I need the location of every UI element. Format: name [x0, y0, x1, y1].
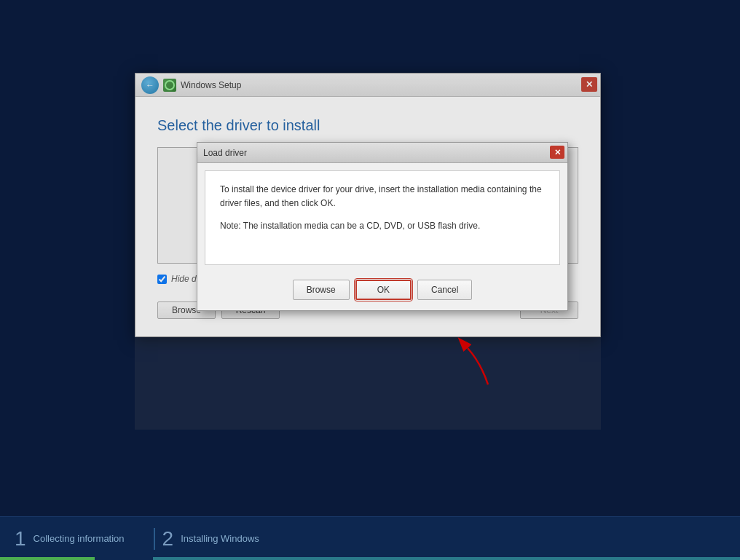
- back-button[interactable]: ←: [141, 76, 159, 94]
- page-title: Select the driver to install: [157, 117, 578, 134]
- dialog-buttons: Browse OK Cancel: [197, 272, 567, 310]
- dialog-title-bar: Load driver ✕: [197, 143, 567, 163]
- step2-number: 2: [162, 527, 174, 551]
- step1-label: Collecting information: [34, 533, 125, 544]
- dialog-ok-button[interactable]: OK: [355, 280, 412, 300]
- dialog-title: Load driver: [203, 148, 562, 158]
- window-title: Windows Setup: [181, 80, 594, 90]
- dialog-line1: To install the device driver for your dr…: [220, 183, 545, 210]
- dialog-close-button[interactable]: ✕: [550, 146, 564, 159]
- progress-green: [0, 557, 95, 560]
- dialog-browse-button[interactable]: Browse: [293, 280, 350, 300]
- bottom-bar: 1 Collecting information 2 Installing Wi…: [0, 516, 740, 560]
- dialog-line2: Note: The installation media can be a CD…: [220, 219, 545, 233]
- dialog-content: To install the device driver for your dr…: [205, 170, 560, 265]
- progress-teal: [153, 557, 740, 560]
- step-divider: [154, 528, 155, 550]
- step2-label: Installing Windows: [181, 533, 259, 544]
- step1: 1 Collecting information: [15, 527, 125, 551]
- hide-drivers-checkbox[interactable]: [157, 275, 167, 284]
- setup-icon: [163, 79, 176, 92]
- dialog-cancel-button[interactable]: Cancel: [417, 280, 472, 300]
- step1-number: 1: [15, 527, 26, 551]
- title-bar: ← Windows Setup ✕: [135, 74, 600, 97]
- close-button[interactable]: ✕: [581, 77, 597, 92]
- step2: 2 Installing Windows: [162, 527, 259, 551]
- load-driver-dialog: Load driver ✕ To install the device driv…: [197, 142, 568, 311]
